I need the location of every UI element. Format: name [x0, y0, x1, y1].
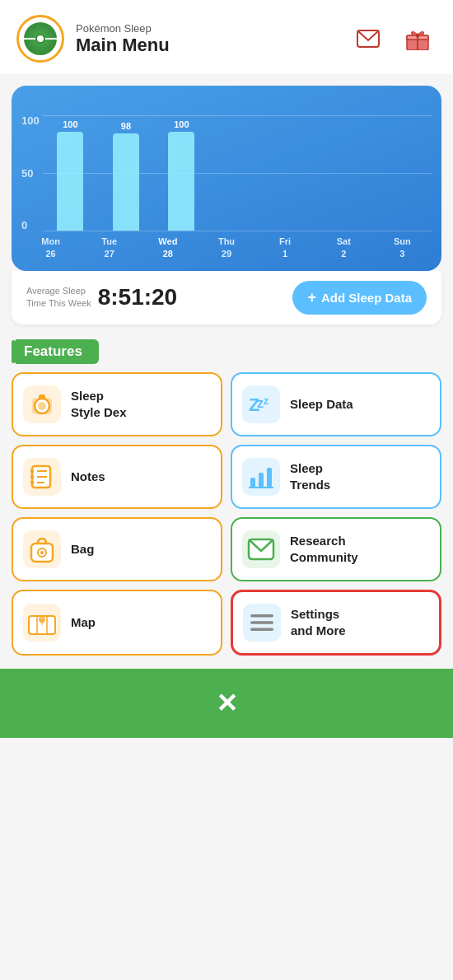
x-label-fri: Fri1 [256, 236, 315, 261]
feature-label-sleep-style-dex: SleepStyle Dex [71, 388, 127, 420]
feature-card-sleep-data[interactable]: ZzzSleep Data [231, 372, 441, 436]
feature-label-bag: Bag [71, 541, 94, 558]
chart-x-labels: Mon26Tue27Wed28Thu29Fri1Sat2Sun3 [21, 236, 432, 261]
chart-col-fri [265, 115, 320, 231]
svg-rect-13 [30, 469, 34, 473]
gift-button[interactable] [399, 20, 437, 58]
feature-icon-sleep-style-dex [23, 385, 61, 423]
svg-rect-29 [250, 614, 273, 618]
features-label-bg: Features [16, 339, 99, 364]
svg-point-7 [38, 402, 46, 410]
feature-icon-research-community [242, 530, 280, 568]
add-sleep-label: Add Sleep Data [321, 291, 412, 305]
logo-circle [16, 15, 64, 63]
feature-label-map: Map [71, 614, 96, 631]
sleep-left: Average Sleep Time This Week 8:51:20 [26, 284, 177, 310]
feature-icon-bag [23, 530, 61, 568]
feature-label-sleep-trends: SleepTrends [290, 460, 330, 492]
x-label-wed: Wed28 [138, 236, 197, 261]
svg-rect-31 [250, 628, 273, 631]
chart-col-sun [376, 115, 432, 231]
sleep-summary: Average Sleep Time This Week 8:51:20 + A… [12, 271, 441, 324]
feature-card-sleep-trends[interactable]: SleepTrends [231, 445, 441, 509]
close-icon: ✕ [216, 688, 238, 719]
feature-card-bag[interactable]: Bag [12, 517, 222, 581]
chart-area: 100 50 0 10098100 [21, 99, 432, 231]
chart-col-wed: 100 [154, 115, 209, 231]
header-icons [349, 20, 437, 58]
feature-icon-map [23, 604, 61, 642]
svg-rect-14 [30, 475, 34, 478]
chart-columns: 10098100 [43, 115, 432, 231]
bar-value-wed: 100 [174, 119, 189, 129]
svg-rect-30 [250, 621, 273, 624]
pokeball-icon [24, 22, 57, 55]
feature-icon-notes [23, 458, 61, 496]
gift-icon [405, 27, 430, 50]
x-label-sat: Sat2 [315, 236, 373, 261]
bar-mon [57, 132, 83, 231]
app-container: Pokémon Sleep Main Menu [0, 0, 453, 738]
x-label-mon: Mon26 [21, 236, 80, 261]
header-left: Pokémon Sleep Main Menu [16, 15, 170, 63]
feature-icon-settings-and-more [243, 604, 281, 642]
add-sleep-plus: + [307, 289, 316, 306]
feature-icon-sleep-trends [242, 458, 280, 496]
feature-icon-sleep-data: Zzz [242, 385, 280, 423]
svg-rect-21 [267, 468, 272, 488]
chart-col-sat [320, 115, 376, 231]
feature-grid: SleepStyle DexZzzSleep DataNotesSleepTre… [12, 372, 441, 656]
svg-text:z: z [257, 396, 264, 410]
y-label-50: 50 [21, 168, 40, 179]
svg-point-4 [416, 34, 420, 38]
chart-y-labels: 100 50 0 [21, 115, 40, 231]
grid-line-bottom [43, 231, 432, 231]
x-label-thu: Thu29 [197, 236, 255, 261]
features-label: Features [24, 343, 82, 359]
feature-label-settings-and-more: Settingsand More [291, 606, 346, 638]
pokeball-center [35, 34, 45, 44]
mail-button[interactable] [349, 20, 387, 58]
bar-wed [168, 132, 194, 231]
svg-point-25 [40, 551, 44, 554]
chart-col-tue: 98 [98, 115, 153, 231]
close-button[interactable]: ✕ [205, 682, 248, 725]
bar-value-tue: 98 [121, 121, 131, 131]
y-label-0: 0 [21, 220, 40, 231]
feature-card-map[interactable]: Map [12, 590, 222, 656]
features-header: Features [12, 339, 441, 364]
feature-label-sleep-data: Sleep Data [290, 396, 353, 413]
chart-bars-container: 10098100 [43, 115, 432, 231]
x-label-tue: Tue27 [80, 236, 138, 261]
mail-icon [357, 30, 380, 48]
chart-section: 100 50 0 10098100 Mon26Tue27Wed28Thu29Fr… [12, 86, 441, 271]
feature-label-research-community: ResearchCommunity [290, 533, 358, 565]
bar-tue [113, 133, 139, 231]
feature-card-research-community[interactable]: ResearchCommunity [231, 517, 441, 581]
sleep-label: Average Sleep Time This Week [26, 285, 91, 310]
header-text: Pokémon Sleep Main Menu [76, 22, 170, 56]
header: Pokémon Sleep Main Menu [0, 0, 453, 74]
bottom-nav: ✕ [0, 669, 453, 738]
bar-value-mon: 100 [63, 119, 77, 129]
svg-rect-19 [250, 478, 255, 488]
add-sleep-button[interactable]: + Add Sleep Data [292, 281, 427, 315]
y-label-100: 100 [21, 115, 40, 126]
app-name: Pokémon Sleep [76, 22, 170, 35]
feature-card-settings-and-more[interactable]: Settingsand More [231, 590, 441, 656]
svg-rect-8 [39, 394, 45, 399]
x-label-sun: Sun3 [373, 236, 432, 261]
chart-col-thu [209, 115, 264, 231]
svg-text:z: z [264, 395, 269, 407]
feature-card-notes[interactable]: Notes [12, 445, 222, 509]
page-title: Main Menu [76, 35, 170, 56]
feature-label-notes: Notes [71, 469, 105, 485]
svg-rect-20 [259, 473, 264, 488]
chart-col-mon: 100 [43, 115, 98, 231]
sleep-time: 8:51:20 [98, 284, 178, 310]
svg-rect-15 [30, 481, 34, 484]
feature-card-sleep-style-dex[interactable]: SleepStyle Dex [12, 372, 222, 436]
